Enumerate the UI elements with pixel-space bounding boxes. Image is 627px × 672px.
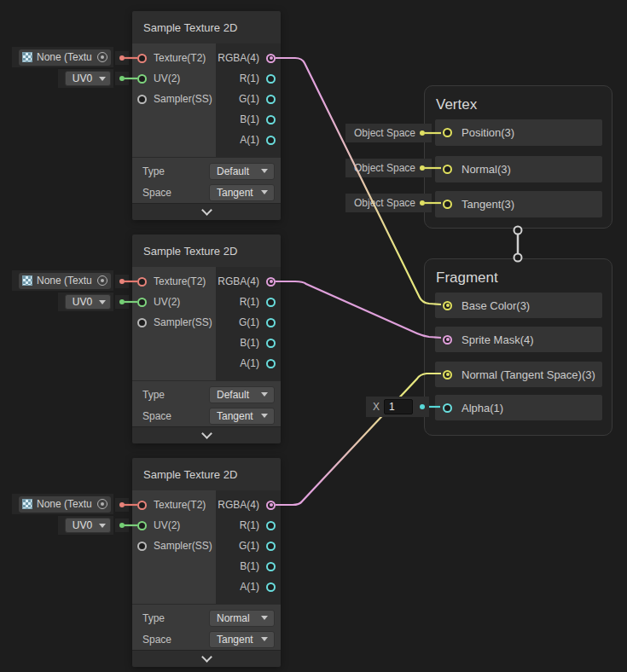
fragment-row-base-color[interactable]: Base Color(3) — [435, 293, 602, 318]
uv-input-port[interactable] — [137, 521, 147, 530]
collapse-button[interactable] — [132, 203, 281, 220]
type-dropdown[interactable]: Default — [209, 163, 275, 180]
g-output-port[interactable] — [266, 318, 276, 327]
binding-port-dot — [420, 130, 425, 136]
texture-input-port[interactable] — [137, 277, 147, 287]
port-label: B(1) — [240, 337, 259, 349]
sample-texture-2d-node-1[interactable]: Sample Texture 2D Texture(T2) UV(2) Samp… — [132, 11, 281, 220]
rgba-output-port[interactable] — [266, 54, 276, 63]
space-dropdown[interactable]: Tangent — [209, 631, 275, 648]
uv-dropdown-value: UV0 — [66, 296, 99, 308]
alpha-value-input[interactable] — [384, 399, 413, 414]
port-label: Sampler(SS) — [154, 540, 212, 552]
sampler-input-port[interactable] — [137, 95, 147, 104]
a-output-port[interactable] — [266, 359, 276, 368]
texture-field-strip: None (Textu — [12, 270, 113, 291]
r-output-port[interactable] — [266, 298, 276, 307]
type-dropdown[interactable]: Default — [209, 386, 275, 403]
texture-port-dot — [119, 55, 125, 61]
input-row-texture: Texture(T2) — [132, 271, 216, 292]
input-row-uv: UV(2) — [132, 68, 216, 89]
object-picker-icon[interactable] — [97, 275, 107, 286]
texture-checker-icon — [22, 275, 32, 286]
texture-object-field[interactable]: None (Textu — [19, 273, 111, 289]
chevron-down-icon — [99, 77, 106, 81]
rgba-output-port[interactable] — [266, 277, 276, 287]
object-space-binding[interactable]: Object Space — [345, 194, 432, 212]
object-picker-icon[interactable] — [97, 499, 107, 509]
object-space-binding[interactable]: Object Space — [345, 159, 432, 177]
rgba-output-port[interactable] — [266, 501, 276, 510]
r-output-port[interactable] — [266, 74, 276, 84]
object-picker-icon[interactable] — [97, 52, 107, 62]
space-dropdown-value: Tangent — [210, 634, 261, 646]
output-row-a: A(1) — [216, 353, 281, 374]
type-dropdown-value: Default — [210, 389, 261, 401]
fragment-row-alpha[interactable]: Alpha(1) — [435, 395, 602, 420]
input-row-uv: UV(2) — [132, 292, 216, 312]
port-label: Texture(T2) — [154, 52, 206, 64]
type-label: Type — [142, 389, 209, 401]
chevron-down-icon — [261, 169, 268, 173]
texture-input-port[interactable] — [137, 54, 147, 63]
a-output-port[interactable] — [266, 582, 276, 592]
type-dropdown[interactable]: Normal — [209, 610, 275, 627]
fragment-row-normal-ts[interactable]: Normal (Tangent Space)(3) — [435, 362, 602, 387]
uv-channel-dropdown[interactable]: UV0 — [65, 294, 111, 310]
object-space-binding[interactable]: Object Space — [345, 124, 432, 142]
sampler-input-port[interactable] — [137, 542, 147, 551]
node-title[interactable]: Sample Texture 2D — [132, 458, 281, 490]
space-label: Space — [142, 410, 209, 422]
uv-channel-dropdown[interactable]: UV0 — [65, 71, 111, 86]
uv-input-port[interactable] — [137, 74, 147, 84]
chevron-down-icon — [201, 205, 212, 216]
texture-object-field[interactable]: None (Textu — [19, 496, 111, 513]
collapse-button[interactable] — [132, 426, 281, 443]
g-output-port[interactable] — [266, 542, 276, 551]
fragment-block[interactable]: Fragment Base Color(3) Sprite Mask(4) No… — [424, 258, 612, 436]
fragment-row-sprite-mask[interactable]: Sprite Mask(4) — [435, 327, 602, 352]
tangent-input-port[interactable] — [443, 200, 452, 209]
b-output-port[interactable] — [266, 562, 276, 571]
r-output-port[interactable] — [266, 521, 276, 530]
uv-channel-dropdown[interactable]: UV0 — [65, 518, 111, 533]
node-controls: Type Default Space Tangent — [132, 157, 281, 203]
node-port-area: Texture(T2) UV(2) Sampler(SS) RGBA(4) R(… — [132, 490, 281, 604]
row-label: Alpha(1) — [462, 402, 503, 414]
uv-field-strip: UV0 — [58, 69, 113, 88]
input-row-sampler: Sampler(SS) — [132, 89, 216, 109]
space-dropdown[interactable]: Tangent — [209, 408, 275, 425]
sample-texture-2d-node-3[interactable]: Sample Texture 2D Texture(T2) UV(2) Samp… — [132, 458, 281, 667]
a-output-port[interactable] — [266, 136, 276, 145]
sample-texture-2d-node-2[interactable]: Sample Texture 2D Texture(T2) UV(2) Samp… — [132, 235, 281, 443]
collapse-button[interactable] — [132, 650, 281, 667]
texture-object-field[interactable]: None (Textu — [19, 49, 111, 66]
node-title[interactable]: Sample Texture 2D — [132, 235, 281, 267]
vertex-row-normal[interactable]: Normal(3) — [435, 156, 602, 182]
alpha-input-port[interactable] — [443, 403, 452, 413]
input-row-texture: Texture(T2) — [132, 48, 216, 68]
space-dropdown[interactable]: Tangent — [209, 184, 275, 201]
texture-input-port[interactable] — [137, 501, 147, 510]
vertex-row-tangent[interactable]: Tangent(3) — [435, 191, 602, 217]
vertex-block[interactable]: Vertex Position(3) Normal(3) Tangent(3) — [424, 85, 612, 229]
port-label: R(1) — [240, 519, 259, 531]
b-output-port[interactable] — [266, 339, 276, 348]
wire-rgba1-to-base-color — [276, 58, 441, 304]
uv-input-port[interactable] — [137, 298, 147, 307]
vertex-row-position[interactable]: Position(3) — [435, 119, 602, 146]
position-input-port[interactable] — [443, 128, 452, 137]
sprite-mask-input-port[interactable] — [443, 335, 452, 345]
normal-tangent-space-input-port[interactable] — [443, 370, 452, 379]
b-output-port[interactable] — [266, 115, 276, 125]
shader-graph-canvas[interactable]: Sample Texture 2D Texture(T2) UV(2) Samp… — [0, 0, 627, 672]
g-output-port[interactable] — [266, 95, 276, 104]
wire-rgba3-to-normal-ts — [276, 374, 441, 505]
space-label: Space — [142, 634, 209, 646]
base-color-input-port[interactable] — [443, 301, 452, 310]
sampler-input-port[interactable] — [137, 318, 147, 327]
node-title[interactable]: Sample Texture 2D — [132, 11, 281, 43]
port-label: RGBA(4) — [218, 52, 259, 64]
normal-input-port[interactable] — [443, 165, 452, 174]
output-row-b: B(1) — [216, 109, 281, 130]
